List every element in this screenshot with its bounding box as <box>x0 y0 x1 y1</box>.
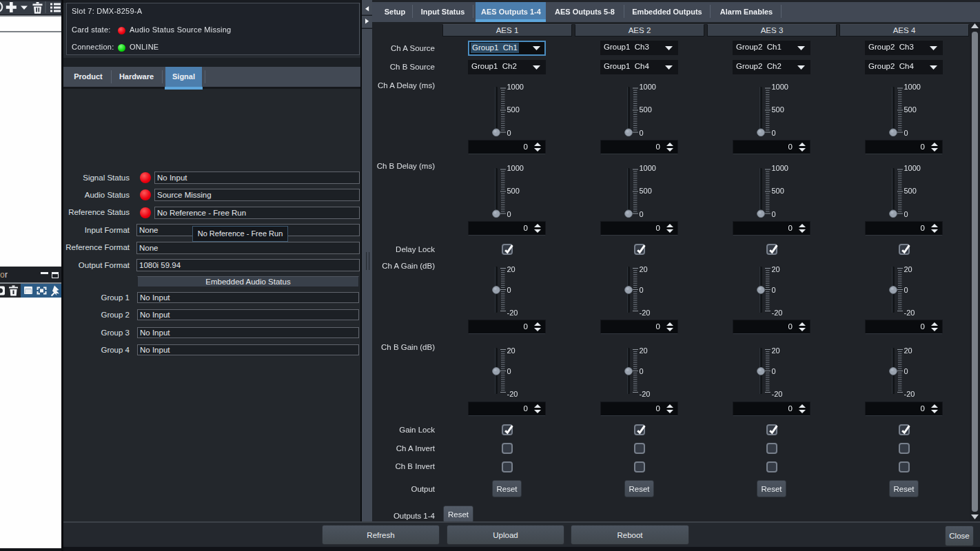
svg-text:20: 20 <box>904 265 912 273</box>
svg-text:500: 500 <box>507 187 520 195</box>
svg-text:0: 0 <box>904 286 908 294</box>
svg-text:0: 0 <box>772 286 776 294</box>
svg-text:20: 20 <box>772 346 780 355</box>
svg-text:500: 500 <box>640 105 652 114</box>
svg-text:500: 500 <box>640 187 652 195</box>
svg-text:0: 0 <box>640 286 644 294</box>
svg-text:1000: 1000 <box>904 163 921 171</box>
svg-text:1000: 1000 <box>640 163 656 171</box>
svg-text:0: 0 <box>507 367 511 375</box>
svg-text:1000: 1000 <box>904 83 921 91</box>
svg-text:-20: -20 <box>640 309 651 317</box>
svg-text:0: 0 <box>507 129 511 137</box>
svg-text:-20: -20 <box>507 309 518 317</box>
svg-text:-20: -20 <box>772 390 783 398</box>
svg-text:0: 0 <box>640 209 644 218</box>
svg-text:500: 500 <box>772 105 784 114</box>
svg-text:20: 20 <box>507 346 515 355</box>
svg-text:1000: 1000 <box>507 83 524 91</box>
svg-text:0: 0 <box>772 129 776 137</box>
svg-text:0: 0 <box>904 129 908 137</box>
svg-text:-20: -20 <box>904 309 915 317</box>
svg-text:0: 0 <box>507 286 511 294</box>
svg-text:-20: -20 <box>904 390 915 398</box>
svg-text:0: 0 <box>640 367 644 375</box>
svg-text:20: 20 <box>772 265 780 273</box>
svg-text:0: 0 <box>507 209 511 218</box>
svg-text:20: 20 <box>904 346 912 355</box>
svg-text:500: 500 <box>772 187 784 195</box>
svg-text:1000: 1000 <box>507 163 524 171</box>
svg-text:1000: 1000 <box>772 83 788 91</box>
svg-text:-20: -20 <box>640 390 651 398</box>
svg-text:500: 500 <box>904 187 917 195</box>
svg-text:1000: 1000 <box>640 83 656 91</box>
svg-text:20: 20 <box>640 346 648 355</box>
svg-text:-20: -20 <box>507 390 518 398</box>
svg-text:1000: 1000 <box>772 163 788 171</box>
svg-text:-20: -20 <box>772 309 783 317</box>
svg-text:0: 0 <box>772 367 776 375</box>
svg-text:0: 0 <box>904 209 908 218</box>
svg-text:20: 20 <box>507 265 515 273</box>
svg-text:0: 0 <box>772 209 776 218</box>
svg-text:0: 0 <box>640 129 644 137</box>
svg-text:500: 500 <box>904 105 917 114</box>
svg-text:0: 0 <box>904 367 908 375</box>
svg-text:500: 500 <box>507 105 520 114</box>
svg-text:20: 20 <box>640 265 648 273</box>
